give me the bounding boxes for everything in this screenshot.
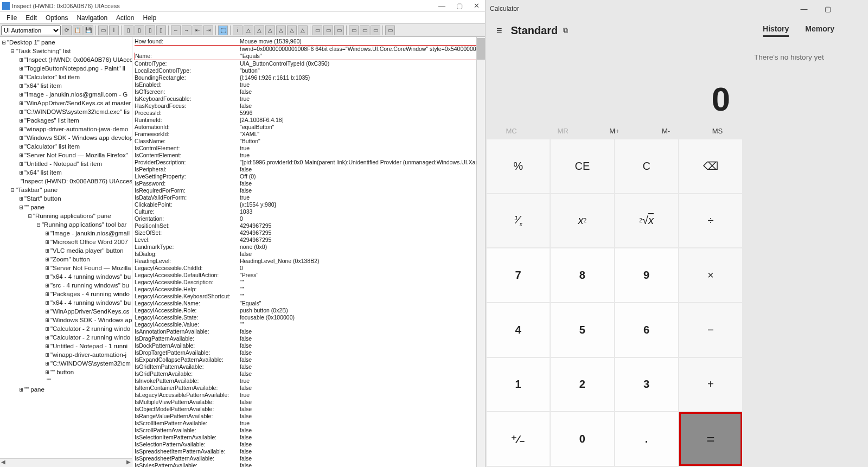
- property-row[interactable]: IsDialog:false: [135, 251, 483, 258]
- tree-item[interactable]: ⊞"Calculator - 2 running windo: [0, 333, 132, 342]
- tb-btn-1[interactable]: ⟳: [62, 25, 72, 35]
- property-row[interactable]: IsDragPatternAvailable:false: [135, 335, 483, 342]
- tree-item[interactable]: ⊟"" pane: [0, 203, 132, 212]
- tree-item[interactable]: ⊞"Untitled - Notepad" list item: [0, 159, 132, 168]
- num-4-button[interactable]: 4: [487, 303, 550, 357]
- num-7-button[interactable]: 7: [487, 248, 550, 302]
- property-row[interactable]: LegacyIAccessible.Role:push button (0x2B…: [135, 307, 483, 314]
- property-row[interactable]: Orientation:0: [135, 215, 483, 222]
- tree-item[interactable]: ⊟"Running applications" pane: [0, 212, 132, 220]
- property-row[interactable]: IsSpreadsheetItemPatternAvailable:false: [135, 448, 483, 455]
- property-row[interactable]: IsDropTargetPatternAvailable:false: [135, 349, 483, 356]
- multiply-button[interactable]: ×: [679, 248, 742, 302]
- num-9-button[interactable]: 9: [615, 248, 678, 302]
- tree-item[interactable]: ⊞"" pane: [0, 385, 132, 394]
- property-row[interactable]: IsStylesPatternAvailable:false: [135, 462, 483, 467]
- property-row[interactable]: ProviderDescription:"[pid:5996,providerI…: [135, 159, 483, 166]
- property-row[interactable]: HeadingLevel:HeadingLevel_None (0x138B2): [135, 258, 483, 265]
- hamburger-icon[interactable]: ≡: [492, 23, 507, 39]
- property-row[interactable]: IsPeripheral:false: [135, 166, 483, 173]
- tb-btn-6[interactable]: ▯: [124, 25, 133, 35]
- property-row[interactable]: ClickablePoint:{x:1554 y:980}: [135, 201, 483, 208]
- menu-help[interactable]: Help: [138, 13, 161, 23]
- calc-titlebar[interactable]: Calculator — ▢: [486, 0, 868, 17]
- tab-history[interactable]: History: [763, 24, 789, 37]
- tree-item[interactable]: ⊞"Microsoft Office Word 2007: [0, 238, 132, 246]
- tree-item[interactable]: ⊞"x64" list item: [0, 81, 132, 90]
- menu-options[interactable]: Options: [41, 13, 72, 23]
- tree-item[interactable]: ⊞"Calculator - 2 running windo: [0, 324, 132, 333]
- tb-btn-11[interactable]: →: [182, 25, 192, 35]
- tree-item[interactable]: ⊞"Inspect (HWND: 0x006A0B76) UIAccess": [0, 55, 132, 64]
- property-row[interactable]: IsContentElement:true: [135, 152, 483, 159]
- reciprocal-button[interactable]: ¹⁄x: [487, 194, 550, 248]
- tree-item[interactable]: ⊞"Image - janukin.nios@gmail.com - G: [0, 90, 132, 99]
- tb-btn-7[interactable]: ▯: [135, 25, 144, 35]
- property-row[interactable]: SizeOfSet:4294967295: [135, 229, 483, 236]
- property-row[interactable]: IsScrollItemPatternAvailable:true: [135, 420, 483, 427]
- tb-btn-8[interactable]: ▯: [145, 25, 155, 35]
- mem-ms[interactable]: MS: [692, 127, 743, 135]
- tb-btn-14[interactable]: ⬚: [218, 25, 228, 35]
- property-row[interactable]: LegacyIAccessible.KeyboardShortcut:"": [135, 293, 483, 300]
- num-2-button[interactable]: 2: [551, 358, 614, 412]
- tree-item[interactable]: ⊞"Untitled - Notepad - 1 runni: [0, 342, 132, 350]
- tree-item[interactable]: ⊞"Server Not Found — Mozilla Firefox": [0, 151, 132, 159]
- calc-minimize-icon[interactable]: —: [792, 5, 816, 13]
- tree-item[interactable]: ⊞"Server Not Found — Mozilla: [0, 264, 132, 272]
- close-icon[interactable]: ✕: [474, 2, 480, 10]
- tb-btn-19[interactable]: △: [276, 25, 286, 35]
- tree-item[interactable]: ⊞"" button: [0, 368, 132, 376]
- property-row[interactable]: IsSelectionPatternAvailable:false: [135, 441, 483, 448]
- menu-action[interactable]: Action: [112, 13, 138, 23]
- property-row[interactable]: Culture:1033: [135, 208, 483, 215]
- menu-edit[interactable]: Edit: [21, 13, 41, 23]
- property-row[interactable]: LegacyIAccessible.Description:"": [135, 279, 483, 286]
- property-row[interactable]: IsSelectionItemPatternAvailable:false: [135, 434, 483, 441]
- mem-mr[interactable]: MR: [537, 127, 589, 135]
- property-row[interactable]: IsGridPatternAvailable:false: [135, 370, 483, 378]
- tree-item[interactable]: ⊞"winapp-driver-automation-java-demo: [0, 125, 132, 133]
- property-row[interactable]: IsScrollPatternAvailable:false: [135, 427, 483, 434]
- tree-item[interactable]: ⊞"VLC media player" button: [0, 246, 132, 255]
- decimal-button[interactable]: .: [615, 412, 678, 466]
- property-row[interactable]: RuntimeId:[2A.1008F6.4.18]: [135, 117, 483, 124]
- property-row[interactable]: IsDockPatternAvailable:false: [135, 342, 483, 349]
- property-row[interactable]: IsLegacyIAccessiblePatternAvailable:true: [135, 392, 483, 399]
- property-row[interactable]: IsRangeValuePatternAvailable:false: [135, 413, 483, 420]
- sqrt-button[interactable]: 2√x: [615, 194, 678, 248]
- property-row[interactable]: LegacyIAccessible.Name:"Equals": [135, 300, 483, 307]
- menu-file[interactable]: File: [2, 13, 21, 23]
- tree-item[interactable]: "": [0, 376, 132, 385]
- property-row[interactable]: LegacyIAccessible.Help:"": [135, 286, 483, 293]
- mem-mc[interactable]: MC: [486, 127, 537, 135]
- tb-btn-22[interactable]: ▭: [312, 25, 322, 35]
- property-row[interactable]: Level:4294967295: [135, 236, 483, 244]
- tree-item[interactable]: ⊞"winapp-driver-automation-j: [0, 350, 132, 359]
- tb-btn-5[interactable]: I: [109, 25, 119, 35]
- tb-btn-28[interactable]: ▭: [385, 25, 395, 35]
- property-row[interactable]: IsOffscreen:false: [135, 88, 483, 95]
- property-row[interactable]: LegacyIAccessible.DefaultAction:"Press": [135, 272, 483, 279]
- tb-btn-10[interactable]: ←: [171, 25, 181, 35]
- divide-button[interactable]: ÷: [679, 194, 742, 248]
- square-button[interactable]: x2: [551, 194, 614, 248]
- tree-item[interactable]: ⊞"Image - janukin.nios@gmail: [0, 229, 132, 238]
- property-row[interactable]: IsGridItemPatternAvailable:false: [135, 363, 483, 370]
- tb-btn-24[interactable]: ▭: [334, 25, 344, 35]
- property-row[interactable]: Name:"Equals": [135, 53, 483, 60]
- maximize-icon[interactable]: ▢: [456, 2, 463, 10]
- tree-item[interactable]: ⊟"Desktop 1" pane: [0, 38, 132, 47]
- num-1-button[interactable]: 1: [487, 358, 550, 412]
- tb-btn-4[interactable]: ▭: [98, 25, 108, 35]
- percent-button[interactable]: %: [487, 139, 550, 193]
- property-row[interactable]: IsSpreadsheetPatternAvailable:false: [135, 455, 483, 462]
- tree-item[interactable]: ⊞"Zoom" button: [0, 255, 132, 264]
- tree-item[interactable]: ⊞"C:\WINDOWS\system32\cm: [0, 359, 132, 368]
- tb-btn-17[interactable]: △: [254, 25, 264, 35]
- property-row[interactable]: IsDataValidForForm:true: [135, 194, 483, 201]
- subtract-button[interactable]: −: [679, 303, 742, 357]
- property-row[interactable]: IsKeyboardFocusable:true: [135, 95, 483, 103]
- tree-item[interactable]: ⊞"Windows SDK - Windows ap: [0, 316, 132, 324]
- calc-maximize-icon[interactable]: ▢: [816, 5, 840, 13]
